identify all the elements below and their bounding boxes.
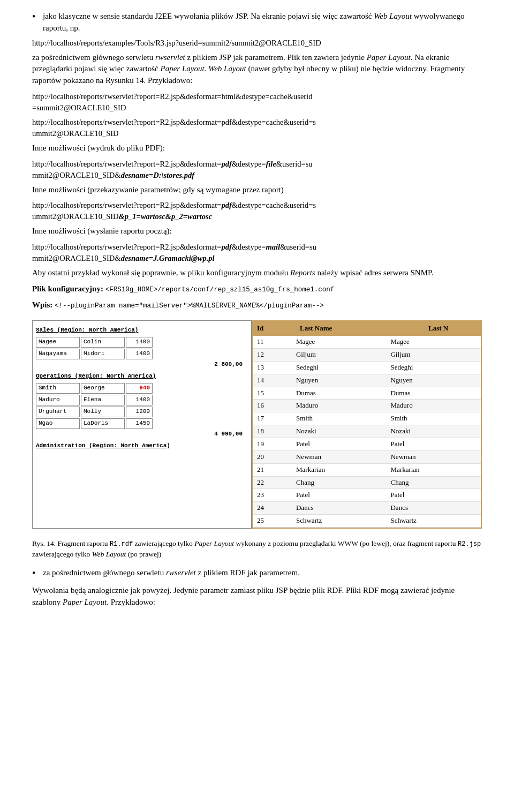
cell-lastn: Schwartz [386,515,481,528]
table-row: 15 Dumas Dumas [253,387,481,400]
cell-lastn: Patel [386,438,481,451]
cell-id: 19 [253,438,292,451]
bullet-text-2: za pośrednictwem głównego serwletu rwser… [43,567,482,580]
lr-george: George [81,383,125,394]
cell-id: 25 [253,515,292,528]
cell-id: 22 [253,476,292,489]
cell-lastname: Newman [292,450,387,463]
cell-lastn: Dumas [386,387,481,400]
lr-940: 940 [126,383,153,394]
header-id: Id [257,324,300,334]
sales-subtotal: 2 800,00 [36,360,243,369]
lr-magee: Magee [36,337,80,348]
cell-lastname: Schwartz [292,515,387,528]
table-row: 16 Maduro Maduro [253,400,481,412]
figure-caption: Rys. 14. Fragment raportu R1.rdf zawiera… [32,538,482,560]
operations-header: Operations (Region: North America) [36,372,248,381]
table-row: 12 Giljum Giljum [253,349,481,362]
cell-id: 20 [253,450,292,463]
lr-elena: Elena [81,395,125,405]
table-row: 22 Chang Chang [253,476,481,489]
cell-id: 17 [253,412,292,425]
cell-lastname: Nguyen [292,374,387,387]
cell-lastn: Nozaki [386,425,481,438]
cell-lastn: Chang [386,476,481,489]
cell-lastn: Dancs [386,502,481,515]
table-row: 14 Nguyen Nguyen [253,374,481,387]
lr-1400-3: 1400 [126,395,153,405]
header-lastname: Last Name [300,324,428,334]
cell-lastn: Newman [386,450,481,463]
url-line-2: http://localhost/reports/rwservlet?repor… [32,91,482,114]
lr-1400-2: 1400 [126,349,153,359]
cell-lastn: Maduro [386,400,481,412]
url-line-5: http://localhost/reports/rwservlet?repor… [32,200,482,222]
cell-lastn: Sedeghi [386,361,481,374]
bullet-text-1: jako klasyczne w sensie standardu J2EE w… [43,11,482,34]
ops-row-4: Ngao LaDoris 1450 [36,418,248,429]
url-line-3: http://localhost/reports/rwservlet?repor… [32,117,482,139]
ops-row-2: Maduro Elena 1400 [36,395,248,405]
lr-colin: Colin [81,337,125,348]
inne2-text: Inne możliwości (przekazywanie parametró… [32,184,482,196]
inne1-text: Inne możliwości (wydruk do pliku PDF): [32,142,482,154]
lr-smith: Smith [36,383,80,394]
sales-row-2: Nagayama Midori 1400 [36,349,248,359]
group-operations: Operations (Region: North America) Smith… [36,372,248,439]
cell-lastn: Magee [386,336,481,348]
table-row: 25 Schwartz Schwartz [253,515,481,528]
sales-header: Sales (Region: North America) [36,326,248,335]
group-administration: Administration (Region: North America) [36,442,248,450]
url-line-1: http://localhost/reports/examples/Tools/… [32,37,482,49]
table-row: 19 Patel Patel [253,438,481,451]
cell-lastname: Chang [292,476,387,489]
admin-header: Administration (Region: North America) [36,442,248,450]
bullet-item-2: • za pośrednictwem głównego serwletu rws… [32,567,482,580]
cell-lastname: Smith [292,412,387,425]
ops-row-3: Urguhart Molly 1200 [36,407,248,417]
wywolania-text: Wywołania będą analogicznie jak powyżej.… [32,585,482,608]
bullet-dot-1: • [32,11,43,34]
desc-after-url1: za pośrednictwem głównego serwletu rwser… [32,52,482,87]
cell-lastn: Markarian [386,463,481,476]
table-row: 17 Smith Smith [253,412,481,425]
lr-1400-1: 1400 [126,337,153,348]
table-row: 24 Dancs Dancs [253,502,481,515]
aby-text: Aby ostatni przykład wykonał się poprawn… [32,267,482,279]
group-sales: Sales (Region: North America) Magee Coli… [36,326,248,369]
cell-lastname: Markarian [292,463,387,476]
cell-lastn: Giljum [386,349,481,362]
lr-nagayama: Nagayama [36,349,80,359]
cell-id: 23 [253,489,292,502]
lr-ladoris: LaDoris [81,418,125,429]
table-row: 18 Nozaki Nozaki [253,425,481,438]
cell-id: 13 [253,361,292,374]
web-layout-italic: Web Layout [374,12,412,20]
table-row: 13 Sedeghi Sedeghi [253,361,481,374]
ops-subtotal: 4 990,00 [36,430,243,439]
cell-id: 15 [253,387,292,400]
ops-row-1: Smith George 940 [36,383,248,394]
lr-1200: 1200 [126,407,153,417]
url-line-4: http://localhost/reports/rwservlet?repor… [32,159,482,181]
right-table-container: Id Last Name Last N 11 Magee Magee 12 Gi… [252,320,482,529]
url-line-6: http://localhost/reports/rwservlet?repor… [32,242,482,264]
inne3-text: Inne możliwości (wysłanie raportu pocztą… [32,225,482,237]
cell-id: 16 [253,400,292,412]
left-report: Sales (Region: North America) Magee Coli… [32,320,252,529]
cell-id: 21 [253,463,292,476]
right-table-header: Id Last Name Last N [253,321,481,336]
cell-id: 12 [253,349,292,362]
page-content: • jako klasyczne w sensie standardu J2EE… [32,11,482,608]
lr-urguhart: Urguhart [36,407,80,417]
cell-lastname: Patel [292,489,387,502]
right-table: 11 Magee Magee 12 Giljum Giljum 13 Sedeg… [253,336,481,528]
cell-lastname: Dumas [292,387,387,400]
cell-id: 14 [253,374,292,387]
lr-midori: Midori [81,349,125,359]
cell-lastname: Patel [292,438,387,451]
bullet-dot-2: • [32,567,43,580]
lr-ngao: Ngao [36,418,80,429]
cell-lastname: Magee [292,336,387,348]
cell-lastname: Giljum [292,349,387,362]
